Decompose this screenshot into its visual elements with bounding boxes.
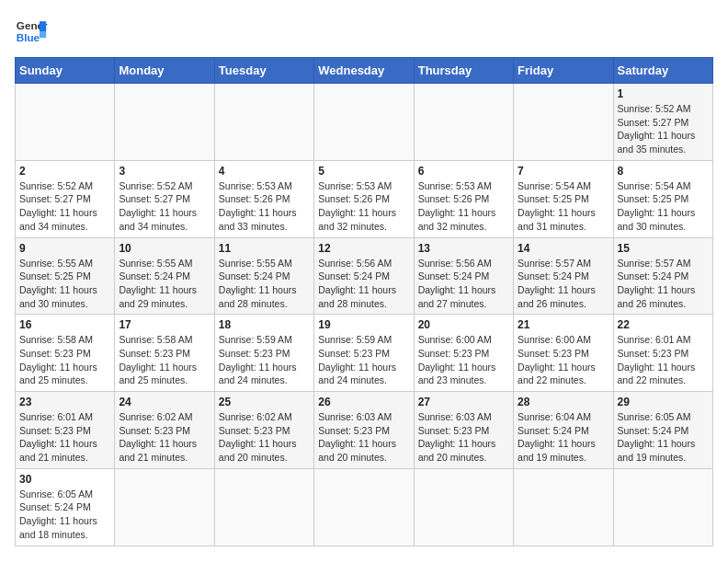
day-header-tuesday: Tuesday (214, 58, 313, 84)
calendar-cell: 24Sunrise: 6:02 AM Sunset: 5:23 PM Dayli… (115, 392, 214, 469)
cell-sun-info: Sunrise: 6:05 AM Sunset: 5:24 PM Dayligh… (618, 410, 709, 465)
cell-sun-info: Sunrise: 5:53 AM Sunset: 5:26 PM Dayligh… (219, 179, 310, 234)
calendar-cell (115, 84, 214, 161)
calendar-cell: 18Sunrise: 5:59 AM Sunset: 5:23 PM Dayli… (214, 315, 313, 392)
cell-sun-info: Sunrise: 5:52 AM Sunset: 5:27 PM Dayligh… (119, 179, 210, 234)
svg-marker-2 (40, 21, 46, 31)
calendar-row: 2Sunrise: 5:52 AM Sunset: 5:27 PM Daylig… (16, 160, 713, 237)
calendar-cell: 26Sunrise: 6:03 AM Sunset: 5:23 PM Dayli… (314, 392, 414, 469)
cell-sun-info: Sunrise: 5:56 AM Sunset: 5:24 PM Dayligh… (318, 257, 409, 311)
cell-date-number: 6 (418, 165, 509, 178)
calendar-cell: 4Sunrise: 5:53 AM Sunset: 5:26 PM Daylig… (214, 160, 313, 237)
cell-date-number: 29 (618, 396, 709, 408)
day-header-friday: Friday (514, 58, 613, 84)
calendar-cell: 6Sunrise: 5:53 AM Sunset: 5:26 PM Daylig… (414, 160, 513, 237)
cell-date-number: 14 (518, 242, 609, 255)
cell-date-number: 22 (618, 318, 709, 331)
cell-sun-info: Sunrise: 5:55 AM Sunset: 5:24 PM Dayligh… (219, 257, 310, 311)
cell-date-number: 27 (418, 396, 509, 408)
calendar-row: 30Sunrise: 6:05 AM Sunset: 5:24 PM Dayli… (16, 468, 713, 546)
cell-date-number: 11 (219, 242, 310, 255)
calendar-cell: 30Sunrise: 6:05 AM Sunset: 5:24 PM Dayli… (16, 468, 115, 546)
cell-sun-info: Sunrise: 5:57 AM Sunset: 5:24 PM Dayligh… (518, 257, 609, 311)
cell-sun-info: Sunrise: 5:59 AM Sunset: 5:23 PM Dayligh… (318, 333, 409, 387)
cell-sun-info: Sunrise: 5:53 AM Sunset: 5:26 PM Dayligh… (318, 179, 409, 234)
cell-date-number: 24 (119, 396, 210, 408)
cell-sun-info: Sunrise: 5:53 AM Sunset: 5:26 PM Dayligh… (418, 179, 509, 234)
calendar-row: 1Sunrise: 5:52 AM Sunset: 5:27 PM Daylig… (16, 84, 713, 161)
calendar-cell: 22Sunrise: 6:01 AM Sunset: 5:23 PM Dayli… (613, 315, 712, 392)
cell-sun-info: Sunrise: 6:00 AM Sunset: 5:23 PM Dayligh… (518, 333, 609, 387)
day-header-thursday: Thursday (414, 58, 513, 84)
cell-date-number: 7 (518, 165, 609, 178)
calendar-cell: 25Sunrise: 6:02 AM Sunset: 5:23 PM Dayli… (214, 392, 313, 469)
calendar-table: SundayMondayTuesdayWednesdayThursdayFrid… (15, 57, 713, 546)
cell-date-number: 10 (119, 242, 210, 255)
cell-date-number: 17 (119, 318, 210, 331)
cell-date-number: 5 (318, 165, 409, 178)
calendar-cell (314, 468, 414, 546)
cell-date-number: 23 (19, 396, 110, 408)
cell-sun-info: Sunrise: 6:03 AM Sunset: 5:23 PM Dayligh… (418, 410, 509, 465)
calendar-cell: 7Sunrise: 5:54 AM Sunset: 5:25 PM Daylig… (514, 160, 613, 237)
cell-date-number: 3 (119, 165, 210, 178)
calendar-cell: 5Sunrise: 5:53 AM Sunset: 5:26 PM Daylig… (314, 160, 414, 237)
cell-sun-info: Sunrise: 6:02 AM Sunset: 5:23 PM Dayligh… (219, 410, 310, 465)
page-header: General Blue (15, 15, 713, 48)
cell-date-number: 9 (19, 242, 110, 255)
calendar-cell: 15Sunrise: 5:57 AM Sunset: 5:24 PM Dayli… (613, 237, 712, 315)
cell-date-number: 26 (318, 396, 409, 408)
cell-date-number: 16 (19, 318, 110, 331)
calendar-cell (514, 84, 613, 161)
calendar-cell: 9Sunrise: 5:55 AM Sunset: 5:25 PM Daylig… (16, 237, 115, 315)
calendar-cell (414, 84, 513, 161)
calendar-cell: 29Sunrise: 6:05 AM Sunset: 5:24 PM Dayli… (613, 392, 712, 469)
cell-date-number: 13 (418, 242, 509, 255)
cell-sun-info: Sunrise: 6:00 AM Sunset: 5:23 PM Dayligh… (418, 333, 509, 387)
cell-date-number: 4 (219, 165, 310, 178)
calendar-cell: 21Sunrise: 6:00 AM Sunset: 5:23 PM Dayli… (514, 315, 613, 392)
cell-sun-info: Sunrise: 5:58 AM Sunset: 5:23 PM Dayligh… (119, 333, 210, 387)
cell-sun-info: Sunrise: 6:05 AM Sunset: 5:24 PM Dayligh… (19, 488, 110, 542)
cell-date-number: 1 (618, 87, 709, 100)
cell-sun-info: Sunrise: 6:03 AM Sunset: 5:23 PM Dayligh… (318, 410, 409, 465)
calendar-cell (115, 468, 214, 546)
calendar-row: 9Sunrise: 5:55 AM Sunset: 5:25 PM Daylig… (16, 237, 713, 315)
calendar-cell (314, 84, 414, 161)
cell-sun-info: Sunrise: 5:55 AM Sunset: 5:25 PM Dayligh… (19, 257, 110, 311)
day-header-row: SundayMondayTuesdayWednesdayThursdayFrid… (16, 58, 713, 84)
cell-sun-info: Sunrise: 6:01 AM Sunset: 5:23 PM Dayligh… (618, 333, 709, 387)
calendar-cell (414, 468, 513, 546)
calendar-cell: 17Sunrise: 5:58 AM Sunset: 5:23 PM Dayli… (115, 315, 214, 392)
calendar-cell: 27Sunrise: 6:03 AM Sunset: 5:23 PM Dayli… (414, 392, 513, 469)
calendar-cell: 20Sunrise: 6:00 AM Sunset: 5:23 PM Dayli… (414, 315, 513, 392)
cell-date-number: 8 (618, 165, 709, 178)
cell-sun-info: Sunrise: 5:57 AM Sunset: 5:24 PM Dayligh… (618, 257, 709, 311)
cell-date-number: 21 (518, 318, 609, 331)
svg-marker-3 (40, 31, 46, 38)
logo: General Blue (15, 15, 48, 48)
cell-date-number: 30 (19, 473, 110, 486)
calendar-cell (214, 468, 313, 546)
cell-sun-info: Sunrise: 5:52 AM Sunset: 5:27 PM Dayligh… (19, 179, 110, 234)
calendar-cell: 16Sunrise: 5:58 AM Sunset: 5:23 PM Dayli… (16, 315, 115, 392)
cell-sun-info: Sunrise: 5:56 AM Sunset: 5:24 PM Dayligh… (418, 257, 509, 311)
cell-sun-info: Sunrise: 6:01 AM Sunset: 5:23 PM Dayligh… (19, 410, 110, 465)
calendar-cell: 3Sunrise: 5:52 AM Sunset: 5:27 PM Daylig… (115, 160, 214, 237)
day-header-wednesday: Wednesday (314, 58, 414, 84)
cell-sun-info: Sunrise: 6:02 AM Sunset: 5:23 PM Dayligh… (119, 410, 210, 465)
calendar-cell: 14Sunrise: 5:57 AM Sunset: 5:24 PM Dayli… (514, 237, 613, 315)
calendar-cell (214, 84, 313, 161)
cell-sun-info: Sunrise: 5:58 AM Sunset: 5:23 PM Dayligh… (19, 333, 110, 387)
svg-text:Blue: Blue (17, 31, 40, 43)
calendar-cell: 1Sunrise: 5:52 AM Sunset: 5:27 PM Daylig… (613, 84, 712, 161)
calendar-cell: 12Sunrise: 5:56 AM Sunset: 5:24 PM Dayli… (314, 237, 414, 315)
calendar-cell: 10Sunrise: 5:55 AM Sunset: 5:24 PM Dayli… (115, 237, 214, 315)
calendar-cell (16, 84, 115, 161)
calendar-cell: 28Sunrise: 6:04 AM Sunset: 5:24 PM Dayli… (514, 392, 613, 469)
calendar-row: 16Sunrise: 5:58 AM Sunset: 5:23 PM Dayli… (16, 315, 713, 392)
calendar-cell: 13Sunrise: 5:56 AM Sunset: 5:24 PM Dayli… (414, 237, 513, 315)
calendar-body: 1Sunrise: 5:52 AM Sunset: 5:27 PM Daylig… (16, 84, 713, 546)
cell-sun-info: Sunrise: 5:54 AM Sunset: 5:25 PM Dayligh… (618, 179, 709, 234)
day-header-sunday: Sunday (16, 58, 115, 84)
